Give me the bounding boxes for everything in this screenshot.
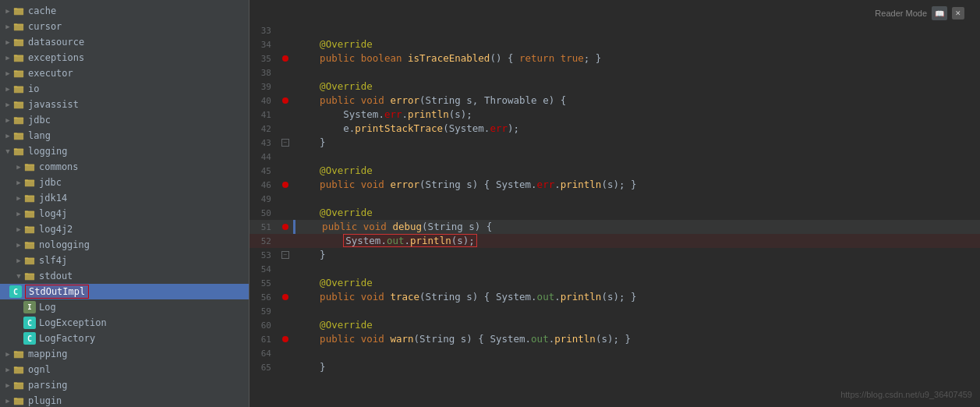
sidebar-item-label: plugin — [28, 395, 62, 406]
line-number: 65 — [249, 363, 278, 373]
code-text: } — [293, 248, 980, 262]
sidebar-item-stdout[interactable]: stdout — [0, 268, 249, 284]
sidebar-item-label: parsing — [28, 380, 68, 391]
code-line-39: 39 @Override — [249, 80, 980, 94]
arrow-icon — [14, 193, 23, 203]
code-editor: Reader Mode 📖 ✕ 33 34 @Override 35 publi… — [249, 0, 980, 407]
sidebar-item-log4j[interactable]: log4j — [0, 206, 249, 221]
line-number: 50 — [249, 208, 278, 218]
line-number: 55 — [249, 278, 278, 288]
sidebar-item-ognl[interactable]: ognl — [0, 362, 249, 377]
code-line-33: 33 — [249, 23, 980, 37]
sidebar-item-commons[interactable]: commons — [0, 159, 249, 175]
fold-icon[interactable]: − — [281, 251, 289, 259]
sidebar-item-label: exceptions — [28, 52, 84, 63]
file-tree[interactable]: cache cursor datasource exceptions execu… — [0, 0, 249, 407]
folder-icon — [12, 5, 25, 17]
sidebar-item-stdoutimpl[interactable]: C StdOutImpl — [0, 284, 249, 299]
arrow-icon — [3, 396, 12, 405]
line-number: 56 — [249, 292, 278, 303]
folder-icon — [12, 348, 25, 360]
line-number: 34 — [249, 40, 278, 50]
sidebar-item-executor[interactable]: executor — [0, 65, 249, 81]
code-text: public void error(String s) { System.err… — [293, 178, 980, 192]
sidebar-item-logfactory[interactable]: C LogFactory — [0, 331, 249, 346]
sidebar-item-jdbc-child[interactable]: jdbc — [0, 175, 249, 190]
folder-icon — [23, 161, 36, 173]
sidebar-item-label: jdbc — [39, 177, 62, 188]
breakpoint-icon — [282, 97, 288, 104]
code-line-43: 43 − } — [249, 136, 980, 150]
line-gutter — [278, 294, 293, 300]
sidebar-item-label: io — [28, 83, 39, 94]
code-text: System.err.println(s); — [293, 108, 980, 122]
sidebar-item-javassist[interactable]: javassist — [0, 97, 249, 112]
arrow-icon — [3, 131, 12, 140]
folder-icon — [23, 207, 36, 220]
sidebar-item-jdk14[interactable]: jdk14 — [0, 190, 249, 206]
breakpoint-icon — [282, 336, 288, 342]
arrow-icon — [14, 225, 23, 234]
line-number: 54 — [249, 264, 278, 274]
code-line-35: 35 public boolean isTraceEnabled() { ret… — [249, 51, 980, 65]
sidebar-item-label: jdbc — [28, 115, 51, 126]
folder-icon — [23, 239, 36, 251]
folder-icon — [23, 176, 36, 189]
line-gutter — [278, 55, 293, 62]
code-line-54: 54 — [249, 262, 980, 276]
sidebar-item-jdbc[interactable]: jdbc — [0, 112, 249, 128]
line-number: 35 — [249, 54, 278, 64]
sidebar-item-io[interactable]: io — [0, 81, 249, 97]
reader-mode-icon[interactable]: 📖 — [932, 6, 947, 20]
code-text: System.out.println(s); — [293, 234, 980, 248]
sidebar-item-cache[interactable]: cache — [0, 3, 249, 19]
sidebar-item-cursor[interactable]: cursor — [0, 19, 249, 34]
breakpoint-icon — [282, 55, 288, 62]
sidebar-item-label: slf4j — [39, 255, 67, 266]
code-text: public void error(String s, Throwable e)… — [293, 94, 980, 108]
fold-icon[interactable]: − — [281, 139, 289, 147]
line-number: 42 — [249, 124, 278, 134]
sidebar-item-label: javassist — [28, 99, 79, 110]
sidebar-item-logexception[interactable]: C LogException — [0, 315, 249, 331]
close-icon[interactable]: ✕ — [952, 7, 964, 19]
line-number: 43 — [249, 138, 278, 148]
code-text: } — [293, 360, 980, 374]
folder-icon — [12, 20, 25, 33]
folder-icon — [12, 145, 25, 157]
sidebar-item-mapping[interactable]: mapping — [0, 346, 249, 362]
sidebar-item-label: datasource — [28, 37, 84, 48]
sidebar-item-label: stdout — [39, 271, 73, 281]
sidebar-item-log4j2[interactable]: log4j2 — [0, 221, 249, 237]
code-line-34: 34 @Override — [249, 37, 980, 51]
line-number: 44 — [249, 152, 278, 162]
code-line-49: 49 — [249, 192, 980, 206]
line-number: 51 — [249, 222, 278, 232]
folder-icon — [12, 395, 25, 407]
code-line-46: 46 public void error(String s) { System.… — [249, 178, 980, 192]
line-gutter — [278, 336, 293, 342]
sidebar-item-log[interactable]: I Log — [0, 299, 249, 315]
arrow-icon — [3, 22, 12, 31]
arrow-icon — [14, 256, 23, 265]
sidebar-item-label: lang — [28, 130, 51, 141]
arrow-icon — [3, 100, 12, 109]
sidebar-item-label: Log — [39, 302, 56, 313]
breakpoint-icon — [282, 294, 288, 300]
sidebar-item-exceptions[interactable]: exceptions — [0, 50, 249, 65]
sidebar-item-plugin[interactable]: plugin — [0, 393, 249, 407]
sidebar-item-label: StdOutImpl — [25, 285, 89, 299]
arrow-icon — [14, 162, 23, 172]
sidebar-item-lang[interactable]: lang — [0, 128, 249, 143]
line-number: 53 — [249, 250, 278, 260]
sidebar-item-parsing[interactable]: parsing — [0, 377, 249, 393]
line-number: 41 — [249, 110, 278, 120]
code-line-45: 45 @Override — [249, 164, 980, 178]
sidebar-item-datasource[interactable]: datasource — [0, 34, 249, 50]
code-line-65: 65 } — [249, 360, 980, 374]
sidebar-item-logging[interactable]: logging — [0, 143, 249, 159]
sidebar-item-slf4j[interactable]: slf4j — [0, 253, 249, 268]
sidebar-item-nologging[interactable]: nologging — [0, 237, 249, 253]
sidebar-item-label: mapping — [28, 349, 68, 359]
breakpoint-icon — [282, 182, 288, 188]
